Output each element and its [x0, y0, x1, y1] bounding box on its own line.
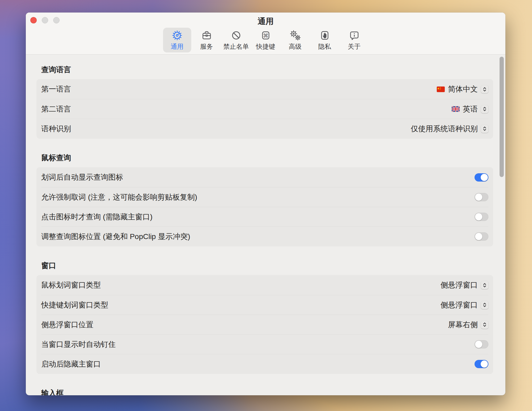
toolbar-item-label: 通用 — [171, 42, 184, 51]
row-label: 语种识别 — [41, 124, 71, 134]
toolbar-item-label: 关于 — [348, 42, 361, 51]
settings-row-allow-force-get-word: 允许强制取词 (注意，这可能会影响剪贴板复制) — [41, 187, 488, 207]
gb-flag-icon — [452, 106, 460, 112]
info-bubble-icon — [349, 30, 360, 41]
row-label: 鼠标划词窗口类型 — [41, 280, 101, 290]
scrollbar-thumb[interactable] — [500, 57, 504, 177]
section-window: 窗口鼠标划词窗口类型侧悬浮窗口 快捷键划词窗口类型侧悬浮窗口 侧悬浮窗口位置屏幕… — [37, 261, 505, 374]
allow-force-get-word-toggle[interactable] — [475, 193, 488, 201]
chevron-up-down-icon[interactable] — [481, 301, 488, 309]
briefcase-icon — [201, 30, 212, 41]
row-label: 启动后隐藏主窗口 — [41, 359, 101, 369]
settings-row-side-float-window-position: 侧悬浮窗口位置屏幕右侧 — [41, 315, 488, 334]
chevron-up-down-icon[interactable] — [481, 281, 488, 289]
row-label: 划词后自动显示查询图标 — [41, 172, 123, 182]
titlebar: 通用 通用 服务 禁止名单 ⌘快捷键 高级 隐私 关于 — [26, 13, 505, 55]
row-label: 当窗口显示时自动钉住 — [41, 339, 116, 350]
row-label: 第一语言 — [41, 84, 71, 94]
hand-icon — [319, 30, 330, 41]
toolbar-item-label: 高级 — [289, 42, 302, 51]
chevron-up-down-icon[interactable] — [481, 321, 488, 329]
toggle-knob — [475, 194, 482, 201]
second-language-select[interactable]: 英语 — [452, 104, 488, 114]
settings-row-first-language: 第一语言 简体中文 — [41, 79, 488, 99]
toolbar-item-label: 隐私 — [318, 42, 331, 51]
select-value: 英语 — [463, 104, 478, 114]
settings-content: 查询语言第一语言 简体中文 第二语言 英语 语种识别仅使用系统语种识别 鼠标查询… — [26, 55, 505, 395]
gear-icon — [172, 30, 183, 41]
adjust-query-icon-position-toggle[interactable] — [475, 232, 488, 241]
settings-row-adjust-query-icon-position: 调整查询图标位置 (避免和 PopClip 显示冲突) — [41, 227, 488, 246]
settings-row-mouse-select-window-type: 鼠标划词窗口类型侧悬浮窗口 — [41, 275, 488, 295]
gears-icon — [289, 30, 301, 41]
shortcut-select-window-type-select[interactable]: 侧悬浮窗口 — [440, 300, 488, 310]
toolbar-item-privacy[interactable]: 隐私 — [311, 28, 339, 52]
toolbar-item-services[interactable]: 服务 — [193, 28, 221, 52]
mouse-select-window-type-select[interactable]: 侧悬浮窗口 — [440, 280, 488, 290]
toolbar-item-label: 禁止名单 — [223, 42, 249, 51]
settings-window: 通用 通用 服务 禁止名单 ⌘快捷键 高级 隐私 关于 查询语言第一语言 简体中… — [26, 13, 505, 395]
toggle-knob — [475, 213, 482, 220]
row-label: 点击图标时才查询 (需隐藏主窗口) — [41, 212, 152, 222]
toolbar-item-general[interactable]: 通用 — [163, 28, 191, 52]
chevron-up-down-icon[interactable] — [481, 85, 488, 93]
settings-row-query-only-on-icon-click: 点击图标时才查询 (需隐藏主窗口) — [41, 207, 488, 227]
chevron-up-down-icon[interactable] — [481, 105, 488, 113]
toggle-knob — [481, 360, 488, 368]
settings-row-language-detection: 语种识别仅使用系统语种识别 — [41, 119, 488, 138]
section-input-box: 输入框 — [37, 389, 505, 395]
settings-row-auto-pin-when-shown: 当窗口显示时自动钉住 — [41, 334, 488, 354]
select-value: 侧悬浮窗口 — [440, 300, 478, 310]
settings-group-mouse-query: 划词后自动显示查询图标允许强制取词 (注意，这可能会影响剪贴板复制)点击图标时才… — [37, 167, 493, 246]
section-mouse-query: 鼠标查询划词后自动显示查询图标允许强制取词 (注意，这可能会影响剪贴板复制)点击… — [37, 153, 505, 246]
auto-pin-when-shown-toggle[interactable] — [475, 340, 488, 348]
settings-toolbar: 通用 服务 禁止名单 ⌘快捷键 高级 隐私 关于 — [26, 28, 505, 52]
section-query-language: 查询语言第一语言 简体中文 第二语言 英语 语种识别仅使用系统语种识别 — [37, 65, 505, 138]
toolbar-item-shortcuts[interactable]: ⌘快捷键 — [252, 28, 280, 52]
settings-group-query-language: 第一语言 简体中文 第二语言 英语 语种识别仅使用系统语种识别 — [37, 79, 493, 138]
toolbar-item-label: 服务 — [200, 42, 213, 51]
row-label: 侧悬浮窗口位置 — [41, 320, 93, 330]
settings-row-hide-main-window-on-launch: 启动后隐藏主窗口 — [41, 354, 488, 374]
cn-flag-icon — [437, 87, 445, 92]
row-label: 快捷键划词窗口类型 — [41, 300, 108, 310]
select-value: 简体中文 — [448, 84, 478, 94]
settings-row-shortcut-select-window-type: 快捷键划词窗口类型侧悬浮窗口 — [41, 295, 488, 315]
section-title-mouse-query: 鼠标查询 — [41, 153, 505, 162]
toolbar-item-advanced[interactable]: 高级 — [281, 28, 309, 52]
auto-show-query-icon-toggle[interactable] — [475, 173, 488, 182]
settings-row-second-language: 第二语言 英语 — [41, 99, 488, 119]
desktop-wallpaper: 通用 通用 服务 禁止名单 ⌘快捷键 高级 隐私 关于 查询语言第一语言 简体中… — [0, 0, 532, 411]
language-detection-select[interactable]: 仅使用系统语种识别 — [411, 124, 488, 134]
hide-main-window-on-launch-toggle[interactable] — [475, 360, 488, 368]
section-title-window: 窗口 — [41, 261, 505, 270]
toolbar-item-label: 快捷键 — [256, 42, 275, 51]
select-value: 侧悬浮窗口 — [440, 280, 478, 290]
prohibition-icon — [231, 30, 242, 41]
toggle-knob — [475, 341, 482, 348]
query-only-on-icon-click-toggle[interactable] — [475, 213, 488, 221]
toolbar-item-about[interactable]: 关于 — [340, 28, 368, 52]
row-label: 调整查询图标位置 (避免和 PopClip 显示冲突) — [41, 232, 190, 242]
svg-text:⌘: ⌘ — [263, 32, 268, 39]
window-title: 通用 — [26, 16, 505, 27]
toggle-knob — [475, 233, 482, 240]
settings-group-window: 鼠标划词窗口类型侧悬浮窗口 快捷键划词窗口类型侧悬浮窗口 侧悬浮窗口位置屏幕右侧… — [37, 275, 493, 374]
section-title-input-box: 输入框 — [41, 389, 505, 395]
first-language-select[interactable]: 简体中文 — [437, 84, 488, 94]
row-label: 第二语言 — [41, 104, 71, 114]
row-label: 允许强制取词 (注意，这可能会影响剪贴板复制) — [41, 192, 197, 202]
select-value: 屏幕右侧 — [448, 320, 478, 330]
select-value: 仅使用系统语种识别 — [411, 124, 478, 134]
side-float-window-position-select[interactable]: 屏幕右侧 — [448, 320, 488, 330]
section-title-query-language: 查询语言 — [41, 65, 505, 74]
toggle-knob — [481, 174, 488, 181]
settings-row-auto-show-query-icon: 划词后自动显示查询图标 — [41, 167, 488, 187]
command-icon: ⌘ — [260, 30, 271, 41]
chevron-up-down-icon[interactable] — [481, 125, 488, 133]
toolbar-item-blocklist[interactable]: 禁止名单 — [222, 28, 250, 52]
